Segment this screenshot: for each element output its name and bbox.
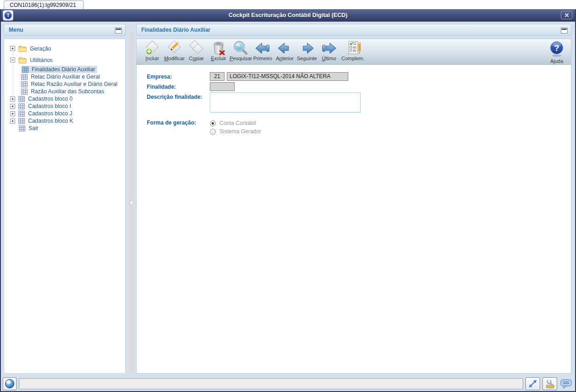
last-icon xyxy=(320,40,338,57)
descricao-finalidade-field[interactable] xyxy=(210,92,361,113)
folder-icon xyxy=(18,57,27,63)
finalidade-field[interactable] xyxy=(210,82,235,91)
resize-diagonal-icon xyxy=(528,379,538,389)
sidebar-collapse-button[interactable] xyxy=(115,28,122,34)
grid-icon xyxy=(18,111,25,117)
grid-icon xyxy=(21,74,28,80)
folder-icon xyxy=(18,45,27,52)
tree-item-label: Cadastros bloco J xyxy=(28,110,74,117)
forma-geracao-radio-group: Conta Contábil Sistema Gerador xyxy=(210,118,261,136)
menu-tree: Geração Utilitários Finalidades Diário A… xyxy=(4,39,125,132)
delete-icon xyxy=(209,40,228,57)
tree-item-label: Sair xyxy=(28,125,40,132)
first-icon xyxy=(253,40,272,57)
svg-text:?: ? xyxy=(554,44,559,53)
tree-item-label: Relac Diário Auxiliar e Geral xyxy=(30,73,102,80)
tree-item-cadastros-bloco-k[interactable]: Cadastros bloco K xyxy=(4,117,125,125)
main-panel-title: Finalidades Diário Auxiliar xyxy=(141,27,210,33)
tab-strip: CON10186(1):lg992909/21 xyxy=(0,0,576,9)
tree-item-label: Cadastros bloco I xyxy=(28,102,73,110)
tree-item-cadastros-bloco-i[interactable]: Cadastros bloco I xyxy=(4,102,125,110)
empresa-label: Empresa: xyxy=(147,72,210,80)
session-tab[interactable]: CON10186(1):lg992909/21 xyxy=(4,0,84,9)
status-orb-icon xyxy=(5,379,15,389)
pesquisar-button[interactable]: Pesquisar xyxy=(230,40,252,61)
collapse-minus-icon[interactable] xyxy=(10,57,15,62)
tree-item-relac-razao-auxiliar-diario-geral[interactable]: Relac Razão Auxiliar e Diário Geral xyxy=(4,80,125,88)
wrench-keyboard-icon xyxy=(544,379,556,389)
descricao-finalidade-label: Descrição finalidade: xyxy=(147,92,210,100)
complement-icon xyxy=(344,40,362,57)
grid-icon xyxy=(18,96,25,102)
grid-icon xyxy=(18,103,25,109)
incluir-button[interactable]: Incluir xyxy=(141,40,163,61)
status-orb-button[interactable] xyxy=(3,377,17,390)
radio-sistema-gerador[interactable]: Sistema Gerador xyxy=(210,127,261,136)
tree-item-geracao[interactable]: Geração xyxy=(4,43,125,54)
expand-plus-icon[interactable] xyxy=(10,104,15,109)
tree-item-finalidades-diario-auxiliar[interactable]: Finalidades Diário Auxiliar xyxy=(4,66,125,73)
status-bar xyxy=(1,376,575,391)
copiar-button[interactable]: Copiar xyxy=(185,40,207,61)
excluir-button[interactable]: Excluir xyxy=(207,40,230,61)
modificar-button[interactable]: Modificar xyxy=(163,40,185,61)
tree-item-label: Cadastros bloco 0 xyxy=(28,95,75,102)
ultimo-button[interactable]: Último xyxy=(318,40,340,61)
grid-icon xyxy=(21,81,28,87)
next-icon xyxy=(298,40,316,57)
tree-item-utilitarios[interactable]: Utilitários xyxy=(4,54,125,66)
tree-item-relac-diario-auxiliar-geral[interactable]: Relac Diário Auxiliar e Geral xyxy=(4,73,125,80)
close-button[interactable] xyxy=(561,11,572,19)
grid-icon xyxy=(21,89,28,95)
expand-plus-icon[interactable] xyxy=(10,111,15,116)
edit-icon xyxy=(165,40,184,57)
close-icon xyxy=(565,13,569,17)
finalidade-label: Finalidade: xyxy=(147,82,210,90)
primeiro-button[interactable]: Primeiro xyxy=(252,40,274,61)
splitter-collapse-arrow-icon xyxy=(130,200,132,205)
copy-icon xyxy=(187,40,206,57)
radio-selected-icon xyxy=(210,120,216,126)
tree-item-sair[interactable]: Sair xyxy=(4,125,125,132)
message-balloon-button[interactable] xyxy=(559,378,573,390)
main-panel-collapse-button[interactable] xyxy=(561,28,568,34)
tree-item-label: Cadastros bloco K xyxy=(28,117,75,125)
empresa-name-field[interactable]: LOGIX-TI12-MSSQL-2014 NÃO ALTERA xyxy=(227,72,348,81)
search-icon xyxy=(231,40,250,57)
tree-item-label: Relac Razão Auxiliar e Diário Geral xyxy=(30,80,119,88)
resize-button[interactable] xyxy=(525,377,540,390)
tree-item-cadastros-bloco-0[interactable]: Cadastros bloco 0 xyxy=(4,95,125,102)
tree-item-label: Utilitários xyxy=(29,57,54,64)
expand-plus-icon[interactable] xyxy=(10,119,15,124)
empresa-code-field[interactable]: 21 xyxy=(210,72,225,81)
previous-icon xyxy=(276,40,294,57)
expand-plus-icon[interactable] xyxy=(10,97,15,102)
grid-icon xyxy=(19,125,25,131)
tree-item-razao-auxiliar-subcontas[interactable]: Razão Auxiliar das Subcontas xyxy=(4,88,125,95)
window-title: Cockpit Escrituração Contábil Digital (E… xyxy=(1,9,575,21)
sidebar-panel: Geração Utilitários Finalidades Diário A… xyxy=(4,39,126,374)
settings-button[interactable] xyxy=(542,377,557,390)
tree-item-label: Razão Auxiliar das Subcontas xyxy=(30,88,106,95)
tree-item-label: Finalidades Diário Auxiliar xyxy=(31,66,97,73)
radio-unselected-icon xyxy=(210,129,216,135)
seguinte-button[interactable]: Seguinte xyxy=(296,40,318,61)
main-panel: Incluir Modificar Co xyxy=(136,39,571,374)
add-icon xyxy=(143,40,161,57)
ajuda-button[interactable]: ? Ajuda xyxy=(546,40,567,64)
expand-plus-icon[interactable] xyxy=(10,46,15,51)
tree-item-cadastros-bloco-j[interactable]: Cadastros bloco J xyxy=(4,110,125,117)
session-tab-label: CON10186(1):lg992909/21 xyxy=(10,2,76,8)
anterior-button[interactable]: Anterior xyxy=(274,40,296,61)
radio-conta-contabil[interactable]: Conta Contábil xyxy=(210,119,261,127)
grid-icon xyxy=(22,67,29,73)
help-icon: ? xyxy=(547,40,566,57)
finalidades-form: Empresa: 21 LOGIX-TI12-MSSQL-2014 NÃO AL… xyxy=(137,65,571,136)
status-message-field[interactable] xyxy=(19,378,523,389)
sidebar-title: Menu xyxy=(9,27,23,33)
app-window: T Cockpit Escrituração Contábil Digital … xyxy=(0,9,576,392)
toolbar: Incluir Modificar Co xyxy=(137,39,571,65)
forma-geracao-label: Forma de geração: xyxy=(147,118,210,126)
panel-splitter[interactable] xyxy=(129,32,133,373)
complem-button[interactable]: Complem. xyxy=(340,40,366,61)
